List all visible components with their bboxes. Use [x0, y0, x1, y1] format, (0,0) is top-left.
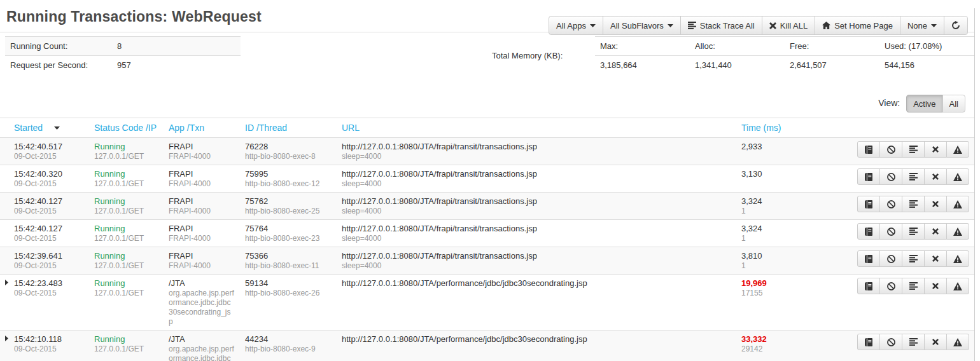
- kill-button[interactable]: [924, 196, 947, 212]
- ban-button[interactable]: [879, 334, 902, 350]
- set-home-page-button[interactable]: Set Home Page: [815, 16, 900, 35]
- started-cell: 15:42:23.483 09-Oct-2015: [9, 275, 89, 330]
- x-icon: [932, 146, 939, 153]
- expand-icon[interactable]: [5, 336, 8, 341]
- ban-circle-icon: [887, 228, 895, 236]
- ban-button[interactable]: [879, 223, 902, 240]
- warning-button[interactable]: [946, 223, 969, 240]
- time-value: 3,324: [741, 196, 804, 207]
- details-button[interactable]: [857, 223, 880, 240]
- warning-button[interactable]: [946, 196, 969, 212]
- url-header[interactable]: URL: [337, 118, 736, 138]
- stack-trace-button[interactable]: [902, 196, 925, 212]
- app-name: FRAPI: [169, 250, 235, 261]
- none-dropdown[interactable]: None: [900, 16, 944, 35]
- row-button-group: [857, 334, 969, 350]
- url-cell: http://127.0.0.1:8080/JTA/performance/jd…: [337, 330, 736, 361]
- running-count-value: 8: [112, 37, 241, 56]
- stack-trace-all-button[interactable]: Stack Trace All: [680, 16, 762, 35]
- url-cell: http://127.0.0.1:8080/JTA/frapi/transit/…: [337, 165, 736, 193]
- url-value: http://127.0.0.1:8080/JTA/frapi/transit/…: [342, 223, 731, 234]
- x-icon: [932, 174, 939, 180]
- thread-name: http-bio-8080-exec-8: [245, 152, 332, 161]
- refresh-icon: [951, 21, 960, 30]
- stack-trace-button[interactable]: [902, 223, 925, 240]
- status-value: Running: [94, 250, 158, 261]
- kill-button[interactable]: [924, 334, 947, 350]
- warning-button[interactable]: [946, 250, 969, 267]
- expander-cell: [0, 247, 9, 275]
- details-button[interactable]: [857, 334, 880, 350]
- stack-trace-button[interactable]: [902, 334, 925, 350]
- transactions-table: Started Status Code /IP App /Txn ID /Thr…: [0, 118, 974, 361]
- url-value: http://127.0.0.1:8080/JTA/frapi/transit/…: [342, 250, 731, 261]
- txn-id: 75764: [245, 223, 332, 234]
- started-time: 15:42:10.118: [14, 334, 84, 344]
- warning-button[interactable]: [946, 334, 969, 350]
- details-button[interactable]: [857, 141, 880, 158]
- url-cell: http://127.0.0.1:8080/JTA/frapi/transit/…: [337, 247, 736, 275]
- details-button[interactable]: [857, 278, 880, 294]
- kill-button[interactable]: [924, 250, 947, 267]
- app-cell: /JTA org.apache.jsp.performance.jdbc.jdb…: [164, 330, 240, 361]
- started-date: 09-Oct-2015: [14, 261, 84, 271]
- stack-trace-button[interactable]: [902, 250, 925, 267]
- actions-cell: [809, 193, 974, 220]
- kill-all-label: Kill ALL: [780, 21, 808, 31]
- id-header[interactable]: ID /Thread: [240, 118, 337, 138]
- ban-button[interactable]: [879, 168, 902, 185]
- warning-button[interactable]: [946, 141, 969, 158]
- app-cell: FRAPI FRAPI-4000: [164, 247, 240, 275]
- warning-button[interactable]: [946, 278, 969, 294]
- status-cell: Running 127.0.0.1/GET: [89, 275, 164, 330]
- status-ip: 127.0.0.1/GET: [94, 207, 158, 216]
- stack-trace-button[interactable]: [902, 141, 925, 158]
- status-cell: Running 127.0.0.1/GET: [89, 138, 164, 165]
- url-params: sleep=4000: [342, 179, 731, 189]
- book-icon: [865, 146, 872, 154]
- table-row: 15:42:40.320 09-Oct-2015 Running 127.0.0…: [0, 165, 974, 193]
- time-header[interactable]: Time (ms): [736, 118, 809, 138]
- all-apps-dropdown[interactable]: All Apps: [549, 16, 603, 35]
- app-header[interactable]: App /Txn: [164, 118, 240, 138]
- align-left-icon: [688, 22, 696, 29]
- started-header[interactable]: Started: [9, 118, 89, 138]
- details-button[interactable]: [857, 196, 880, 212]
- status-cell: Running 127.0.0.1/GET: [89, 165, 164, 193]
- status-ip: 127.0.0.1/GET: [94, 152, 158, 161]
- txn-id: 76228: [245, 141, 332, 152]
- started-date: 09-Oct-2015: [14, 234, 84, 243]
- view-active-button[interactable]: Active: [906, 95, 942, 112]
- row-button-group: [857, 168, 969, 185]
- ban-button[interactable]: [879, 196, 902, 212]
- refresh-button[interactable]: [944, 16, 968, 35]
- stack-trace-button[interactable]: [902, 278, 925, 294]
- details-button[interactable]: [857, 250, 880, 267]
- details-button[interactable]: [857, 168, 880, 185]
- all-apps-label: All Apps: [556, 21, 586, 31]
- status-header[interactable]: Status Code /IP: [89, 118, 164, 138]
- app-name: /JTA: [169, 334, 235, 344]
- view-all-button[interactable]: All: [942, 95, 965, 112]
- started-time: 15:42:40.517: [14, 141, 84, 152]
- ban-button[interactable]: [879, 250, 902, 267]
- ban-button[interactable]: [879, 278, 902, 294]
- kill-button[interactable]: [924, 278, 947, 294]
- book-icon: [865, 228, 872, 236]
- warning-button[interactable]: [946, 168, 969, 185]
- kill-all-button[interactable]: Kill ALL: [762, 16, 815, 35]
- time-value: 3,130: [741, 168, 804, 179]
- expand-icon[interactable]: [5, 280, 8, 285]
- ban-button[interactable]: [879, 141, 902, 158]
- thread-name: http-bio-8080-exec-11: [245, 261, 332, 271]
- stack-trace-button[interactable]: [902, 168, 925, 185]
- time-cell: 3,130: [736, 165, 809, 193]
- kill-button[interactable]: [924, 168, 947, 185]
- kill-button[interactable]: [924, 223, 947, 240]
- kill-button[interactable]: [924, 141, 947, 158]
- status-ip: 127.0.0.1/GET: [94, 344, 158, 354]
- status-cell: Running 127.0.0.1/GET: [89, 247, 164, 275]
- all-subflavors-dropdown[interactable]: All SubFlavors: [603, 16, 681, 35]
- url-value: http://127.0.0.1:8080/JTA/frapi/transit/…: [342, 141, 731, 152]
- x-icon: [932, 255, 939, 262]
